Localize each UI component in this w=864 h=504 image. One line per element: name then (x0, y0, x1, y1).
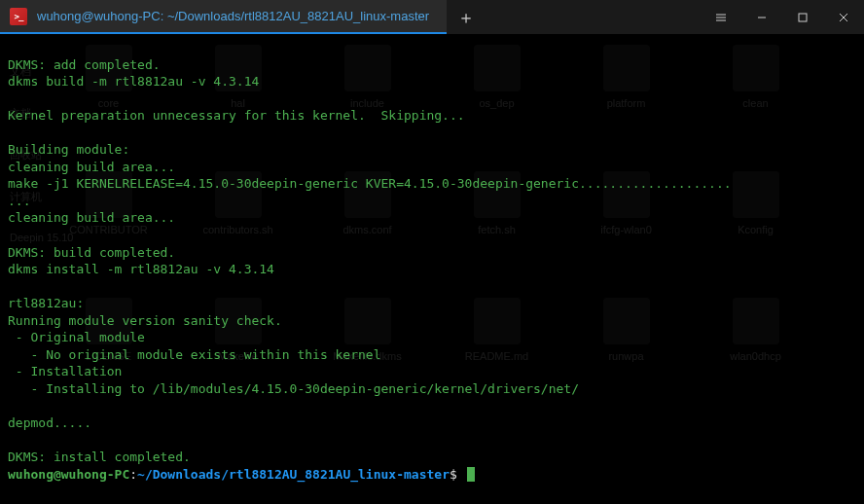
output-line: - Installing to /lib/modules/4.15.0-30de… (8, 381, 579, 396)
output-line: DKMS: add completed. (8, 57, 161, 72)
window-controls (701, 0, 864, 34)
prompt[interactable]: wuhong@wuhong-PC:~/Downloads/rtl8812AU_8… (8, 467, 475, 482)
output-line: make -j1 KERNELRELEASE=4.15.0-30deepin-g… (8, 176, 732, 191)
close-button[interactable] (823, 0, 864, 35)
titlebar: wuhong@wuhong-PC: ~/Downloads/rtl8812AU_… (0, 0, 864, 35)
tab-title: wuhong@wuhong-PC: ~/Downloads/rtl8812AU_… (37, 9, 429, 23)
output-line: Running module version sanity check. (8, 313, 282, 328)
output-line: - No original module exists within this … (8, 347, 381, 362)
output-line: - Installation (8, 364, 122, 378)
output-line: ... (8, 194, 30, 208)
new-tab-button[interactable]: ＋ (447, 0, 486, 34)
prompt-path: ~/Downloads/rtl8812AU_8821AU_linux-maste… (137, 467, 450, 482)
output-line: dkms build -m rtl8812au -v 4.3.14 (8, 74, 259, 89)
prompt-user: wuhong@wuhong-PC (8, 467, 129, 482)
output-line: DKMS: build completed. (8, 245, 175, 260)
output-line: depmod..... (8, 415, 91, 430)
cursor-icon (467, 467, 475, 482)
output-line: cleaning build area... (8, 160, 175, 174)
menu-button[interactable] (701, 0, 741, 35)
output-line: cleaning build area... (8, 210, 175, 225)
output-line: DKMS: install completed. (8, 450, 191, 464)
terminal-icon (10, 8, 27, 25)
terminal-tab[interactable]: wuhong@wuhong-PC: ~/Downloads/rtl8812AU_… (0, 0, 447, 34)
minimize-button[interactable] (741, 0, 782, 35)
prompt-colon: : (129, 467, 137, 482)
prompt-dollar: $ (450, 467, 457, 482)
output-line: rtl8812au: (8, 296, 84, 310)
output-line: Kernel preparation unnecessary for this … (8, 108, 465, 123)
maximize-button[interactable] (782, 0, 823, 35)
terminal-output[interactable]: DKMS: add completed. dkms build -m rtl88… (0, 35, 864, 486)
output-line: dkms install -m rtl8812au -v 4.3.14 (8, 262, 274, 276)
output-line: Building module: (8, 142, 129, 157)
output-line: - Original module (8, 330, 145, 344)
titlebar-spacer (486, 0, 701, 34)
svg-rect-0 (799, 14, 807, 21)
